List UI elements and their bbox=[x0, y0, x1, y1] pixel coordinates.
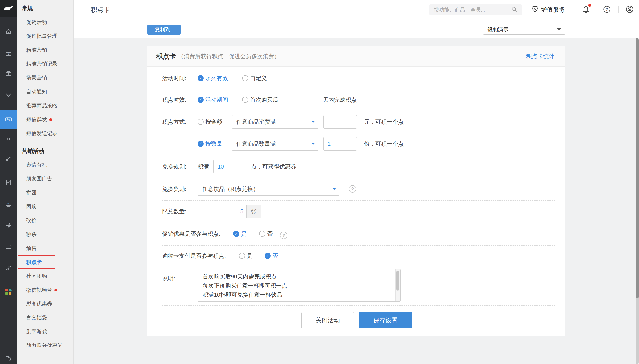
radio-during-activity[interactable]: 活动期间 bbox=[198, 96, 228, 104]
save-settings-button[interactable]: 保存设置 bbox=[359, 312, 412, 328]
sidebar-rail-menu-search[interactable] bbox=[0, 352, 17, 364]
card-subtitle: （消费后获得积点，促进会员多次消费） bbox=[178, 52, 280, 60]
leopard-logo-icon bbox=[3, 4, 14, 12]
sidebar-item-朋友圈广告[interactable]: 朋友圈广告 bbox=[17, 172, 74, 186]
sidebar-item-微信视频号[interactable]: 微信视频号 bbox=[17, 283, 74, 297]
sidebar-rail-screen[interactable]: % bbox=[0, 198, 17, 211]
sidebar-item-预售[interactable]: 预售 bbox=[17, 241, 74, 255]
radio-giftcard-no[interactable]: 否 bbox=[264, 252, 278, 260]
field-label: 兑换规则: bbox=[162, 163, 192, 170]
help-icon[interactable] bbox=[280, 232, 287, 239]
store-select[interactable]: 银豹演示 bbox=[483, 24, 565, 34]
sidebar-item-促销批量管理[interactable]: 促销批量管理 bbox=[17, 29, 74, 43]
sidebar-item-社区团购[interactable]: 社区团购 bbox=[17, 269, 74, 283]
sidebar-item-盲盒福袋[interactable]: 盲盒福袋 bbox=[17, 311, 74, 325]
sidebar-rail-settings[interactable] bbox=[0, 219, 17, 232]
sidebar-rail-cashbox[interactable] bbox=[0, 240, 17, 253]
sidebar-item-拼团[interactable]: 拼团 bbox=[17, 186, 74, 200]
store-select-value: 银豹演示 bbox=[488, 26, 508, 33]
radio-giftcard-yes[interactable]: 是 bbox=[239, 252, 252, 260]
sidebar-rail-promotions[interactable]: % bbox=[0, 110, 17, 129]
sidebar-item-短信群发[interactable]: 短信群发 bbox=[17, 112, 74, 126]
sidebar-item-自动通知[interactable]: 自动通知 bbox=[17, 85, 74, 98]
sidebar-rail-design-tools[interactable] bbox=[0, 262, 17, 274]
textarea-scrollbar-thumb[interactable] bbox=[397, 270, 399, 290]
redeem-limit-input-group[interactable]: 5 张 bbox=[198, 204, 261, 218]
global-search-input[interactable]: 搜功能、商品、会员... bbox=[430, 4, 522, 16]
radio-permanent[interactable]: 永久有效 bbox=[198, 74, 228, 82]
brand-logo[interactable] bbox=[0, 0, 17, 17]
topbar-separator bbox=[618, 6, 618, 14]
sidebar-item-集字游戏[interactable]: 集字游戏 bbox=[17, 325, 74, 338]
sidebar-item-促销活动[interactable]: 促销活动 bbox=[17, 15, 74, 29]
field-suffix: 份，可积一个点 bbox=[364, 140, 404, 148]
radio-unchecked-icon bbox=[259, 231, 265, 237]
value-added-services-button[interactable]: 增值服务 bbox=[531, 0, 565, 20]
field-suffix: 点，可获得优惠券 bbox=[251, 163, 296, 170]
amount-condition-select[interactable]: 任意商品消费满 bbox=[232, 115, 318, 128]
note-textarea[interactable]: 首次购买后90天内需完成积点 每次正价购买任意一杯即可积一点 积满10杯即可兑换… bbox=[198, 269, 401, 302]
sidebar-item-积点卡[interactable]: 积点卡 bbox=[17, 255, 74, 269]
sidebar-rail-membership[interactable] bbox=[0, 88, 17, 102]
field-label: 说明: bbox=[162, 275, 175, 282]
sidebar-rail-reports[interactable] bbox=[0, 176, 17, 189]
points-card-stats-link[interactable]: 积点卡统计 bbox=[526, 52, 554, 60]
reward-select[interactable]: 任意饮品（积点兑换） bbox=[198, 182, 340, 196]
redeem-limit-input[interactable]: 5 bbox=[198, 205, 246, 218]
row-redeem-limit: 限兑数量: 5 张 bbox=[162, 204, 555, 218]
points-threshold-input[interactable]: 10 bbox=[213, 160, 248, 173]
sidebar-rail-home[interactable] bbox=[0, 25, 17, 38]
quantity-input[interactable]: 1 bbox=[324, 137, 357, 150]
sidebar-item-推荐商品策略[interactable]: 推荐商品策略 bbox=[17, 98, 74, 112]
radio-promo-yes[interactable]: 是 bbox=[233, 230, 247, 238]
sidebar-rail-members[interactable] bbox=[0, 132, 17, 146]
sidebar-item-精准营销[interactable]: 精准营销 bbox=[17, 43, 74, 57]
radio-after-first-purchase[interactable]: 首次购买后 bbox=[242, 96, 278, 104]
page-scrollbar-track[interactable] bbox=[635, 38, 638, 364]
row-giftcard-points: 购物卡支付是否参与积点: 是 否 bbox=[162, 249, 555, 262]
sidebar-item-裂变优惠券[interactable]: 裂变优惠券 bbox=[17, 297, 74, 311]
sidebar-item-助力瓜分优惠券[interactable]: 助力瓜分优惠券 bbox=[17, 338, 74, 347]
svg-text:%: % bbox=[8, 203, 10, 205]
help-button[interactable]: ? bbox=[603, 0, 611, 20]
chevron-down-icon bbox=[557, 28, 561, 30]
amount-input[interactable] bbox=[324, 115, 357, 128]
cash-drawer-icon bbox=[5, 243, 12, 250]
field-label: 兑换奖励: bbox=[162, 185, 192, 193]
sidebar-item-秒杀[interactable]: 秒杀 bbox=[17, 228, 74, 241]
dashed-divider bbox=[162, 178, 555, 178]
sidebar-item-label: 自动通知 bbox=[26, 88, 47, 95]
dashed-divider bbox=[162, 222, 555, 223]
sidebar-item-场景营销[interactable]: 场景营销 bbox=[17, 71, 74, 85]
chevron-down-icon bbox=[312, 143, 315, 145]
sidebar-item-label: 助力瓜分优惠券 bbox=[26, 342, 63, 347]
textarea-scrollbar-track[interactable] bbox=[395, 269, 400, 302]
row-activity-time: 活动时间: 永久有效 自定义 bbox=[162, 72, 555, 85]
quantity-condition-select[interactable]: 任意商品数量满 bbox=[232, 137, 318, 150]
sidebar-item-短信发送记录[interactable]: 短信发送记录 bbox=[17, 126, 74, 140]
sidebar-rail-apps[interactable] bbox=[0, 285, 17, 298]
account-menu-button[interactable] bbox=[625, 0, 634, 20]
radio-by-amount[interactable]: 按金额 bbox=[198, 118, 222, 126]
sidebar-item-邀请有礼[interactable]: 邀请有礼 bbox=[17, 158, 74, 172]
sidebar-rail-products[interactable] bbox=[0, 67, 17, 80]
help-icon[interactable] bbox=[349, 185, 356, 193]
radio-promo-no[interactable]: 否 bbox=[259, 230, 272, 238]
sidebar-item-团购[interactable]: 团购 bbox=[17, 200, 74, 214]
sidebar-rail-analytics[interactable] bbox=[0, 152, 17, 165]
radio-unchecked-icon bbox=[242, 97, 248, 103]
row-redeem-rule: 兑换规则: 积满 10 点，可获得优惠券 bbox=[162, 160, 555, 173]
sidebar-rail-cash[interactable]: ¥ bbox=[0, 47, 17, 60]
page-scrollbar-thumb[interactable] bbox=[635, 38, 638, 298]
sidebar-item-砍价[interactable]: 砍价 bbox=[17, 214, 74, 228]
sidebar-item-label: 微信视频号 bbox=[26, 286, 52, 294]
radio-unchecked-icon bbox=[242, 75, 248, 81]
radio-custom[interactable]: 自定义 bbox=[242, 74, 267, 82]
avatar-icon bbox=[625, 5, 634, 14]
days-input[interactable] bbox=[285, 93, 319, 106]
close-activity-button[interactable]: 关闭活动 bbox=[301, 312, 354, 328]
sidebar-item-精准营销记录[interactable]: 精准营销记录 bbox=[17, 57, 74, 71]
dashed-divider bbox=[162, 155, 555, 155]
radio-by-quantity[interactable]: 按数量 bbox=[198, 140, 222, 148]
copy-to-button[interactable]: 复制到.. bbox=[147, 24, 181, 34]
